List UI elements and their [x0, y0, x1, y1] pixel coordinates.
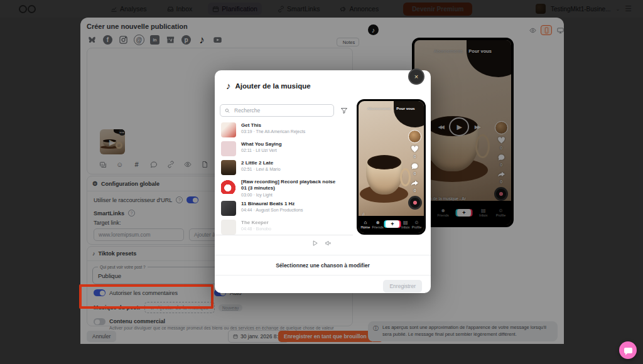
phone-tab-friends[interactable]: ☻ Friends: [372, 220, 383, 229]
chat-bubble-icon: [624, 348, 632, 353]
create-post-plus-button[interactable]: +: [386, 220, 399, 228]
creator-avatar[interactable]: [408, 130, 421, 143]
album-art: [221, 179, 236, 194]
friends-icon: ☻: [375, 220, 380, 225]
song-item[interactable]: Get This 03:19 · The All-American Reject…: [220, 120, 339, 139]
song-item[interactable]: What You Saying 02:11 · Lil Uzi Vert: [220, 139, 339, 158]
annotation-highlight-box: [79, 284, 213, 309]
shares-count: 0: [414, 188, 416, 193]
song-item[interactable]: 11 Binaural Beats 1 Hz 04:44 · August So…: [220, 199, 339, 218]
song-item[interactable]: [Raw recording] Record playback noise 01…: [220, 177, 339, 199]
search-icon: [225, 108, 230, 114]
album-art: [221, 141, 236, 156]
home-icon: ⌂: [364, 220, 367, 225]
app-screen: AnalysesInboxPlanificationSmartLinksAnno…: [0, 0, 643, 364]
inbox-icon: ▤: [403, 220, 408, 225]
preview-audio-controls: [310, 238, 332, 247]
select-song-hint: Sélectionnez une chanson à modifier: [215, 262, 431, 269]
album-art: [221, 220, 236, 235]
album-art: [221, 122, 236, 137]
song-item[interactable]: 2 Little 2 Late 02:51 · Levi & Mario: [220, 158, 339, 177]
chat-widget-button[interactable]: [619, 341, 637, 359]
phone-tab-profile[interactable]: ☺ Profile: [412, 220, 422, 229]
album-art: [221, 201, 236, 216]
add-music-modal: × ♪ Ajouter de la musique Get This 03:19…: [215, 70, 431, 293]
likes-count: 0: [414, 154, 416, 159]
music-note-icon: ♫: [362, 211, 365, 216]
heart-icon[interactable]: [411, 145, 419, 153]
profile-icon: ☺: [414, 220, 419, 225]
modal-save-button[interactable]: Enregistrer: [383, 280, 422, 292]
comment-icon[interactable]: [411, 162, 419, 170]
modal-title: Ajouter de la musique: [235, 82, 311, 90]
song-list: Get This 03:19 · The All-American Reject…: [220, 120, 339, 237]
comments-count: 0: [414, 171, 416, 176]
phone-tab-inbox[interactable]: ▤ Inbox: [401, 220, 409, 229]
tab-following[interactable]: Abonnements: [367, 107, 391, 110]
tiktok-phone-preview-small: Abonnements Pour vous 0 0 0 ♫ ⌂ Home☻ Fr…: [357, 99, 426, 235]
album-art: [221, 160, 236, 175]
engagement-rail: 0 0 0: [408, 130, 422, 210]
share-icon[interactable]: [411, 179, 419, 187]
song-search: [220, 104, 334, 117]
phone-tabbar: ⌂ Home☻ Friends+▤ Inbox☺ Profile: [359, 216, 424, 233]
play-preview-icon[interactable]: [310, 238, 319, 247]
song-item[interactable]: The Keeper 04:48 · Bonobo: [220, 218, 339, 237]
mute-icon[interactable]: [323, 238, 332, 247]
close-icon[interactable]: ×: [408, 68, 424, 85]
tiktok-icon: ♪: [226, 80, 231, 91]
filter-icon[interactable]: [340, 107, 348, 114]
search-input[interactable]: [233, 107, 329, 114]
spinning-record-icon[interactable]: [408, 196, 422, 210]
tab-for-you[interactable]: Pour vous: [396, 107, 414, 110]
phone-tab-home[interactable]: ⌂ Home: [361, 220, 370, 229]
